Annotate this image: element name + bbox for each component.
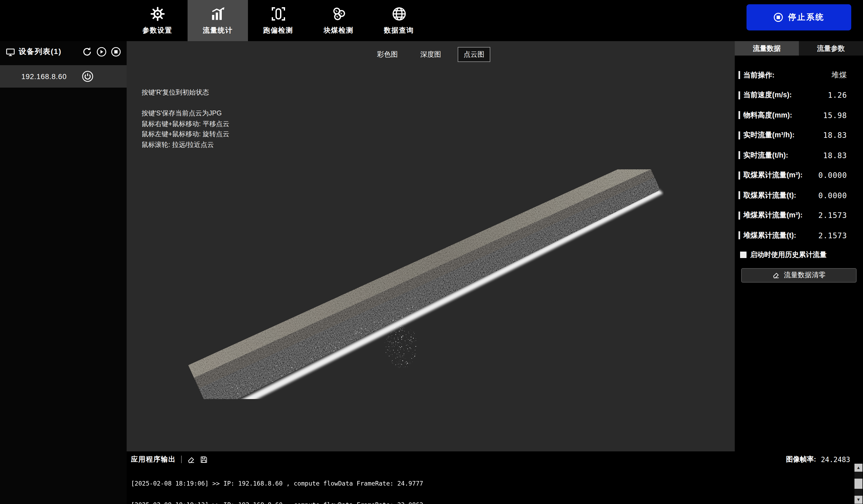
row-label: 当前速度(m/s):	[743, 90, 792, 100]
log-title: 应用程序输出	[131, 455, 176, 464]
log-line: [2025-02-08 18:19:13] >> IP: 192.168.8.6…	[131, 502, 423, 504]
main-nav: 参数设置 流量统计	[127, 0, 429, 41]
bar-chart-icon	[210, 6, 226, 22]
tab-color-map[interactable]: 彩色图	[372, 48, 403, 61]
row-value: 1.26	[828, 91, 847, 100]
point-cloud-canvas[interactable]	[183, 169, 664, 399]
belt-deviation-icon	[270, 6, 286, 22]
viewer-tabs: 彩色图 深度图 点云图	[372, 48, 490, 61]
log-header: 应用程序输出	[127, 455, 863, 464]
row-reclaim-total-m3: 取煤累计流量(m³): 0.0000	[735, 165, 863, 185]
row-tick	[738, 111, 740, 119]
stop-record-icon	[773, 12, 784, 23]
row-label: 实时流量(m³/h):	[743, 130, 795, 140]
row-value: 15.98	[823, 111, 847, 119]
row-value: 0.0000	[818, 171, 847, 180]
gear-icon	[149, 6, 165, 22]
log-lines: [2025-02-08 18:19:06] >> IP: 192.168.8.6…	[131, 466, 423, 504]
clear-log-icon[interactable]	[187, 455, 195, 463]
globe-icon	[391, 6, 407, 22]
row-tick	[738, 151, 740, 160]
row-tick	[738, 191, 740, 200]
device-sidebar: 设备列表(1)	[0, 41, 127, 504]
log-line: [2025-02-08 18:19:06] >> IP: 192.168.8.6…	[131, 480, 423, 488]
help-save-line: 按键'S'保存当前点云为JPG	[141, 109, 229, 119]
log-area: 应用程序输出 图像帧率:	[127, 451, 863, 504]
stop-icon[interactable]	[111, 47, 121, 57]
tab-lump-coal-detection[interactable]: 块煤检测	[308, 0, 369, 41]
row-tick	[738, 131, 740, 139]
row-value: 18.83	[823, 131, 847, 140]
help-zoom-line: 鼠标滚轮: 拉远/拉近点云	[141, 140, 229, 150]
top-bar: 参数设置 流量统计	[0, 0, 863, 41]
save-log-icon[interactable]	[200, 455, 208, 463]
row-label: 堆煤累计流量(m³):	[743, 211, 803, 220]
help-rotate-line: 鼠标左键+鼠标移动: 旋转点云	[141, 129, 229, 140]
row-reclaim-total-t: 取煤累计流量(t): 0.0000	[735, 185, 863, 205]
row-stack-total-m3: 堆煤累计流量(m³): 2.1573	[735, 205, 863, 225]
history-checkbox-label: 启动时使用历史累计流量	[750, 250, 827, 259]
tab-flow-statistics[interactable]: 流量统计	[188, 0, 248, 41]
app-window: 参数设置 流量统计	[0, 0, 863, 504]
coal-lumps-icon	[330, 6, 347, 22]
divider	[181, 456, 182, 463]
row-current-speed: 当前速度(m/s): 1.26	[735, 85, 863, 105]
help-reset-line: 按键'R'复位到初始状态	[141, 88, 209, 97]
tab-label: 流量统计	[203, 26, 233, 35]
clear-icon	[772, 272, 780, 279]
framerate-label: 图像帧率:	[786, 455, 816, 464]
tab-param-settings[interactable]: 参数设置	[127, 0, 188, 41]
tab-label: 块煤检测	[324, 26, 353, 35]
device-list-header: 设备列表(1)	[0, 44, 127, 60]
tab-flow-data[interactable]: 流量数据	[735, 41, 799, 55]
clear-flow-data-button[interactable]: 流量数据清零	[741, 268, 856, 282]
row-tick	[738, 71, 740, 79]
row-value: 0.0000	[818, 191, 847, 200]
tab-flow-params[interactable]: 流量参数	[799, 41, 863, 55]
tab-point-cloud[interactable]: 点云图	[458, 48, 490, 61]
row-material-height: 物料高度(mm): 15.98	[735, 105, 863, 125]
row-label: 取煤累计流量(m³):	[743, 171, 803, 180]
device-list-title: 设备列表(1)	[19, 47, 61, 56]
row-label: 实时流量(t/h):	[743, 151, 788, 160]
tab-label: 数据查询	[384, 26, 414, 35]
panel-tabs: 流量数据 流量参数	[735, 41, 863, 55]
row-value: 2.1573	[818, 231, 847, 240]
row-value: 18.83	[823, 151, 847, 160]
row-label: 堆煤累计流量(t):	[743, 231, 796, 240]
row-label: 当前操作:	[743, 71, 775, 80]
row-tick	[738, 91, 740, 99]
row-tick	[738, 212, 740, 219]
stop-system-label: 停止系统	[788, 12, 825, 23]
stop-system-button[interactable]: 停止系统	[747, 4, 851, 30]
row-realtime-flow-m3: 实时流量(m³/h): 18.83	[735, 125, 863, 145]
tab-depth-map[interactable]: 深度图	[415, 48, 447, 61]
scroll-up-arrow[interactable]: ▲	[854, 464, 862, 472]
log-scrollbar[interactable]: ▲ ▼	[854, 464, 862, 504]
scroll-thumb[interactable]	[854, 479, 862, 489]
flow-data-panel: 流量数据 流量参数 当前操作: 堆煤 当前速度(m/s): 1.26 物料高度(…	[735, 41, 863, 451]
tab-data-query[interactable]: 数据查询	[369, 0, 429, 41]
point-cloud-viewer: 彩色图 深度图 点云图 按键'R'复位到初始状态 按键'S'保存当前点云为JPG…	[127, 41, 735, 451]
row-value: 堆煤	[831, 71, 847, 80]
flow-rows: 当前操作: 堆煤 当前速度(m/s): 1.26 物料高度(mm): 15.98…	[735, 65, 863, 245]
refresh-icon[interactable]	[82, 47, 92, 57]
row-tick	[738, 172, 740, 179]
log-toolbar	[187, 455, 208, 463]
row-realtime-flow-t: 实时流量(t/h): 18.83	[735, 145, 863, 165]
device-row[interactable]: 192.168.8.60	[0, 65, 127, 88]
scroll-down-arrow[interactable]: ▼	[854, 496, 862, 504]
clear-button-label: 流量数据清零	[784, 270, 826, 280]
tab-deviation-detection[interactable]: 跑偏检测	[248, 0, 308, 41]
device-list-icon	[5, 47, 15, 57]
row-stack-total-t: 堆煤累计流量(t): 2.1573	[735, 225, 863, 245]
tab-label: 参数设置	[142, 26, 172, 35]
device-list-actions	[82, 47, 121, 57]
play-icon[interactable]	[96, 47, 107, 57]
row-label: 取煤累计流量(t):	[743, 191, 796, 200]
row-value: 2.1573	[818, 211, 847, 220]
history-checkbox[interactable]	[740, 251, 747, 258]
history-total-checkbox-row[interactable]: 启动时使用历史累计流量	[735, 250, 863, 259]
image-framerate: 图像帧率: 24.2483	[786, 455, 850, 464]
power-icon[interactable]	[82, 71, 93, 82]
